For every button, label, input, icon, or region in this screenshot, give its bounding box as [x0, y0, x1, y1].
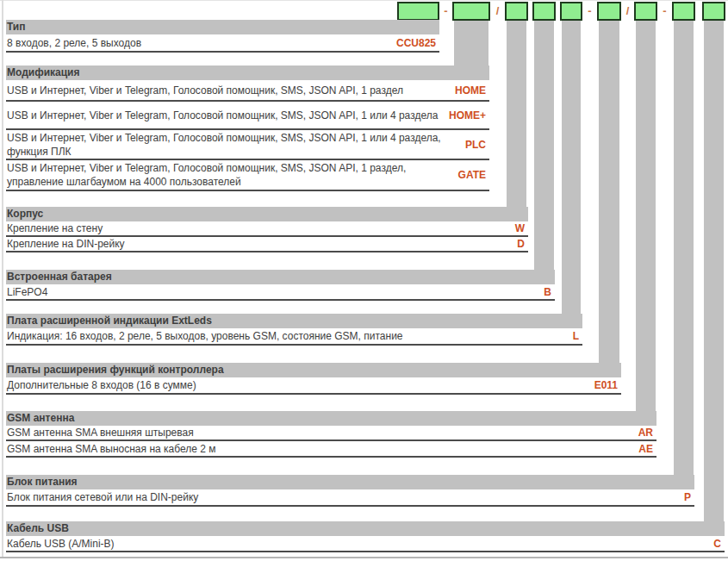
option-label: GSM антенна SMA выносная на кабеле 2 м: [6, 442, 638, 456]
section-power-supply: Блок питания Блок питания сетевой или на…: [6, 475, 694, 507]
option-row: Крепление на DIN-рейку D: [6, 237, 528, 252]
section-title: GSM антенна: [6, 411, 656, 426]
option-row: Крепление на стену W: [6, 221, 528, 237]
section-title: Блок питания: [6, 475, 694, 489]
left-border-line: [2, 0, 3, 558]
code-box-extleds: [560, 2, 582, 21]
option-label: USB и Интернет, Viber и Telegram, Голосо…: [6, 131, 465, 159]
code-box-expansion-board: [597, 2, 621, 21]
order-code-chart: - / - / - Тип 8 входов, 2 реле, 5 выходо…: [0, 0, 728, 561]
option-code: W: [515, 222, 528, 234]
option-label: USB и Интернет, Viber и Telegram, Голосо…: [6, 109, 449, 122]
section-title: Плата расширенной индикации ExtLeds: [6, 314, 582, 328]
section-modification: Модификация USB и Интернет, Viber и Tele…: [6, 65, 489, 191]
section-expansion-board: Платы расширения функций контроллера Доп…: [6, 363, 621, 395]
code-separator: /: [621, 4, 634, 17]
option-label: LiFePO4: [6, 285, 544, 299]
option-label: Крепление на DIN-рейку: [6, 237, 517, 251]
option-label: Блок питания сетевой или на DIN-рейку: [6, 490, 684, 504]
option-row: 8 входов, 2 реле, 5 выходов CCU825: [6, 34, 439, 53]
option-label: GSM антенна SMA внешняя штыревая: [6, 426, 638, 439]
section-gsm-antenna: GSM антенна GSM антенна SMA внешняя штыр…: [6, 411, 656, 458]
code-box-usb-cable: [702, 2, 725, 21]
code-box-type: [397, 2, 439, 21]
option-row: GSM антенна SMA выносная на кабеле 2 м A…: [6, 441, 656, 458]
option-row: USB и Интернет, Viber и Telegram, Голосо…: [6, 102, 489, 130]
section-title: Платы расширения функций контроллера: [6, 363, 621, 377]
option-label: 8 входов, 2 реле, 5 выходов: [6, 36, 396, 50]
bottom-border-line: [0, 557, 728, 558]
section-battery: Встроенная батарея LiFePO4 B: [6, 270, 555, 301]
option-code: HOME: [455, 84, 489, 97]
option-code: E011: [594, 379, 621, 391]
connector-bar-gsm-antenna: [636, 21, 656, 426]
section-title: Тип: [6, 20, 439, 34]
top-border-line: [0, 0, 728, 1]
option-code: B: [544, 286, 555, 298]
option-code: AE: [638, 443, 656, 455]
connector-bar-battery: [534, 21, 554, 284]
option-code: GATE: [458, 169, 489, 181]
option-label: Дополнительные 8 входов (16 в сумме): [6, 378, 594, 392]
option-label: USB и Интернет, Viber и Telegram, Голосо…: [6, 161, 458, 189]
section-extleds: Плата расширенной индикации ExtLeds Инди…: [6, 314, 582, 346]
connector-bar-case: [507, 21, 526, 221]
option-row: Кабель USB (A/Mini-B) C: [6, 536, 725, 552]
option-code: HOME+: [449, 109, 489, 122]
option-code: PLC: [465, 139, 489, 151]
connector-bar-extleds: [562, 21, 581, 328]
option-code: C: [713, 538, 725, 550]
code-separator: -: [582, 4, 597, 17]
section-usb-cable: Кабель USB Кабель USB (A/Mini-B) C: [6, 521, 725, 552]
section-case: Корпус Крепление на стену W Крепление на…: [6, 207, 528, 252]
code-box-case: [505, 2, 528, 21]
code-box-modification: [452, 2, 490, 21]
option-label: Кабель USB (A/Mini-B): [6, 537, 713, 551]
code-box-battery: [532, 2, 556, 21]
option-row: USB и Интернет, Viber и Telegram, Голосо…: [6, 160, 489, 191]
code-separator: /: [490, 4, 505, 17]
section-title: Кабель USB: [6, 521, 725, 536]
option-row: GSM антенна SMA внешняя штыревая AR: [6, 426, 656, 441]
option-row: LiFePO4 B: [6, 284, 555, 301]
option-label: Индикация: 16 входов, 2 реле, 5 выходов,…: [6, 329, 573, 343]
option-code: P: [684, 491, 694, 503]
option-code: CCU825: [396, 37, 439, 49]
option-code: L: [573, 330, 582, 342]
option-code: D: [517, 238, 528, 250]
option-code: AR: [638, 427, 656, 439]
connector-bar-expansion-board: [599, 21, 619, 377]
section-title: Модификация: [6, 65, 489, 80]
code-box-power-supply: [672, 2, 695, 21]
connector-bar-power-supply: [674, 21, 694, 489]
option-row: Индикация: 16 входов, 2 реле, 5 выходов,…: [6, 328, 582, 346]
option-label: Крепление на стену: [6, 221, 515, 235]
option-row: Блок питания сетевой или на DIN-рейку P: [6, 489, 694, 507]
code-separator: -: [657, 4, 672, 17]
section-title: Корпус: [6, 207, 528, 221]
option-row: USB и Интернет, Viber и Telegram, Голосо…: [6, 80, 489, 102]
option-row: Дополнительные 8 входов (16 в сумме) E01…: [6, 377, 621, 395]
option-row: USB и Интернет, Viber и Telegram, Голосо…: [6, 130, 489, 160]
option-label: USB и Интернет, Viber и Telegram, Голосо…: [6, 84, 455, 97]
code-box-gsm-antenna: [634, 2, 657, 21]
code-separator: -: [439, 4, 452, 17]
connector-bar-usb-cable: [704, 21, 724, 536]
section-title: Встроенная батарея: [6, 270, 555, 284]
section-type: Тип 8 входов, 2 реле, 5 выходов CCU825: [6, 20, 439, 53]
